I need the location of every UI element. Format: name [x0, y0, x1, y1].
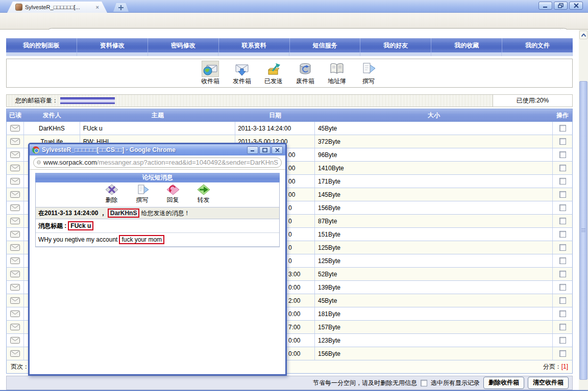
row-checkbox[interactable] [559, 204, 566, 211]
operation-cell [553, 122, 572, 135]
sender-cell: DarKHnS [24, 122, 80, 135]
size-cell: 145Byte [315, 188, 553, 201]
envelope-icon [10, 191, 20, 198]
operation-cell [553, 215, 572, 227]
row-checkbox[interactable] [559, 284, 566, 291]
nav-menu-item[interactable]: 我的好友 [360, 38, 431, 53]
header-size: 大小 [315, 111, 553, 120]
row-checkbox[interactable] [559, 297, 566, 304]
row-checkbox[interactable] [559, 125, 566, 132]
row-checkbox[interactable] [559, 350, 566, 357]
new-tab-button[interactable] [113, 3, 129, 12]
toolbar-item-inbox[interactable]: 收件箱 [197, 61, 224, 86]
mailbox-capacity-row: 您的邮箱容量： 已使用:20% [6, 94, 573, 107]
toolbar-label: 已发送 [260, 77, 287, 86]
page-1-link[interactable]: [1] [561, 363, 568, 370]
read-status-cell [7, 281, 24, 294]
message-body-text: WHy you negtive my account [38, 236, 117, 243]
operation-cell [553, 254, 572, 267]
envelope-icon [10, 310, 20, 317]
operation-cell [553, 268, 572, 280]
popup-window-controls [247, 146, 283, 154]
delete-inbox-button[interactable]: 删除收件箱 [483, 377, 524, 389]
row-checkbox[interactable] [559, 337, 566, 344]
read-status-cell [7, 228, 24, 241]
row-checkbox[interactable] [559, 191, 566, 198]
browser-tab[interactable]: SylvesteR_□□□□□□[... × [7, 2, 107, 13]
empty-inbox-button[interactable]: 清空收件箱 [528, 377, 569, 389]
popup-titlebar[interactable]: SylvesteR_□□□□□□[□□CS□□] - Google Chrome [30, 144, 285, 155]
popup-maximize-button[interactable] [259, 146, 271, 154]
row-checkbox[interactable] [559, 151, 566, 158]
envelope-icon [10, 284, 20, 291]
popup-url-bar[interactable]: www.sorpack.com/messanger.asp?action=rea… [33, 158, 282, 168]
action-label: 回复 [161, 196, 185, 204]
operation-cell [553, 228, 572, 241]
nav-menu-item[interactable]: 我的文件 [502, 38, 573, 53]
toolbar-item-compose[interactable]: 撰写 [355, 61, 382, 86]
inbox-icon [202, 61, 218, 76]
envelope-icon [10, 151, 20, 158]
body-annotation-box: fuck your mom [119, 235, 164, 244]
row-checkbox[interactable] [559, 310, 566, 317]
scrollbar-up-button[interactable] [579, 31, 587, 39]
envelope-icon [10, 204, 20, 211]
popup-close-button[interactable] [272, 146, 283, 154]
popup-url-host: www.sorpack.com [43, 159, 97, 166]
action-delete[interactable]: 删除 [100, 184, 124, 204]
action-forward[interactable]: 转发 [192, 184, 215, 204]
nav-menu-item[interactable]: 资料修改 [77, 38, 148, 53]
nav-menu-item[interactable]: 我的控制面板 [6, 38, 77, 53]
read-status-cell [7, 215, 24, 227]
header-date: 日期 [235, 111, 315, 120]
envelope-icon [10, 165, 20, 171]
read-status-cell [7, 321, 24, 333]
operation-cell [553, 334, 572, 347]
toolbar-item-sent[interactable]: 已发送 [260, 61, 287, 86]
nav-menu-item[interactable]: 联系资料 [219, 38, 290, 53]
nav-menu-item[interactable]: 密码修改 [148, 38, 219, 53]
subject-link[interactable]: FUck u [80, 122, 235, 135]
row-checkbox[interactable] [559, 178, 566, 185]
row-checkbox[interactable] [559, 271, 566, 277]
window-restore-button[interactable] [554, 2, 568, 10]
header-operation: 操作 [553, 111, 572, 120]
message-body-row: WHy you negtive my account fuck your mom [36, 233, 279, 247]
row-checkbox[interactable] [559, 257, 566, 264]
globe-icon [37, 159, 41, 166]
tab-close-icon[interactable]: × [96, 4, 99, 10]
row-checkbox[interactable] [559, 244, 566, 251]
row-checkbox[interactable] [559, 231, 566, 238]
action-reply[interactable]: 回复 [161, 184, 185, 204]
size-cell: 1410Byte [315, 162, 553, 174]
nav-menu-item[interactable]: 短信服务 [290, 38, 361, 53]
toolbar-item-addressbook[interactable]: 地址簿 [323, 61, 351, 86]
toolbar-item-outbox[interactable]: 发件箱 [228, 61, 256, 86]
envelope-icon [10, 231, 20, 238]
action-compose[interactable]: 撰写 [131, 184, 154, 204]
nav-menu-item[interactable]: 我的收藏 [431, 38, 502, 53]
read-status-cell [7, 241, 24, 254]
row-checkbox[interactable] [559, 324, 566, 330]
envelope-icon [10, 257, 20, 264]
space-tip-text: 节省每一分空间，请及时删除无用信息 [313, 379, 417, 387]
toolbar-label: 地址簿 [323, 77, 351, 86]
message-panel: 删除 撰写 回复 转发 [35, 183, 280, 247]
row-checkbox[interactable] [559, 165, 566, 171]
select-all-label: 选中所有显示记录 [431, 379, 480, 387]
size-cell: 123Byte [315, 334, 553, 347]
toolbar-item-trash[interactable]: 废件箱 [291, 61, 319, 86]
toolbar-label: 发件箱 [228, 77, 256, 86]
read-status-cell [7, 148, 24, 161]
select-all-checkbox[interactable] [421, 380, 427, 386]
row-checkbox[interactable] [559, 138, 566, 145]
row-checkbox[interactable] [559, 218, 566, 224]
envelope-icon [10, 324, 20, 330]
page-scrollbar[interactable] [579, 30, 588, 391]
scrollbar-thumb[interactable] [579, 81, 587, 380]
message-title-value: FUck u [70, 222, 91, 229]
header-read: 已读 [7, 111, 24, 120]
window-minimize-button[interactable] [538, 2, 552, 10]
window-close-button[interactable] [569, 2, 583, 10]
popup-minimize-button[interactable] [247, 146, 258, 154]
